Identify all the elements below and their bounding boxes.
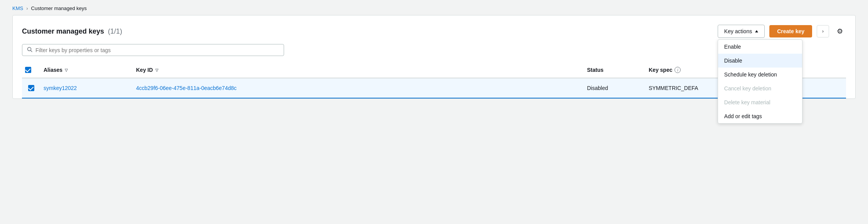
dropdown-item-enable[interactable]: Enable bbox=[718, 40, 802, 54]
panel-title: Customer managed keys (1/1) bbox=[22, 27, 122, 36]
dropdown-item-add-edit-tags[interactable]: Add or edit tags bbox=[718, 109, 802, 123]
settings-gear-button[interactable]: ⚙ bbox=[834, 25, 846, 37]
header-actions: Key actions Enable Disable Schedule key … bbox=[718, 25, 846, 38]
th-status: Status bbox=[584, 65, 646, 75]
arrow-right-icon: › bbox=[822, 29, 824, 34]
th-checkbox bbox=[22, 65, 40, 75]
row-status: Disabled bbox=[584, 80, 646, 96]
key-actions-dropdown: Enable Disable Schedule key deletion Can… bbox=[718, 39, 802, 124]
dropdown-item-cancel-deletion: Cancel key deletion bbox=[718, 81, 802, 95]
breadcrumb-current: Customer managed keys bbox=[31, 5, 87, 11]
breadcrumb-kms-link[interactable]: KMS bbox=[12, 5, 23, 11]
chevron-up-icon bbox=[755, 30, 758, 32]
main-panel: Customer managed keys (1/1) Key actions … bbox=[12, 15, 856, 99]
nav-arrow-right[interactable]: › bbox=[817, 25, 829, 37]
dropdown-item-schedule-deletion[interactable]: Schedule key deletion bbox=[718, 68, 802, 81]
th-aliases: Aliases ▽ bbox=[40, 65, 133, 75]
dropdown-item-delete-material: Delete key material bbox=[718, 95, 802, 109]
key-actions-button[interactable]: Key actions bbox=[718, 25, 765, 38]
row-key-id[interactable]: 4ccb29f6-06ee-475e-811a-0eacb6e74d8c bbox=[133, 80, 584, 96]
breadcrumb-separator: › bbox=[26, 5, 28, 11]
svg-line-1 bbox=[31, 51, 32, 52]
key-spec-info-icon[interactable]: i bbox=[675, 67, 681, 73]
search-input[interactable] bbox=[35, 47, 279, 53]
th-key-id: Key ID ▽ bbox=[133, 65, 584, 75]
key-actions-container: Key actions Enable Disable Schedule key … bbox=[718, 25, 765, 38]
row-alias[interactable]: symkey12022 bbox=[40, 80, 133, 96]
aliases-filter-icon[interactable]: ▽ bbox=[65, 68, 68, 72]
gear-icon: ⚙ bbox=[837, 27, 843, 36]
key-id-filter-icon[interactable]: ▽ bbox=[155, 68, 158, 72]
breadcrumb: KMS › Customer managed keys bbox=[0, 0, 868, 15]
create-key-button[interactable]: Create key bbox=[769, 25, 812, 37]
select-all-checkbox[interactable] bbox=[25, 67, 31, 73]
nav-icons: › ⚙ bbox=[817, 25, 846, 37]
search-input-wrapper bbox=[22, 44, 284, 56]
row-checkbox-cell bbox=[22, 80, 40, 96]
row-checkbox[interactable] bbox=[28, 85, 34, 91]
panel-header: Customer managed keys (1/1) Key actions … bbox=[22, 25, 846, 38]
search-icon bbox=[27, 47, 32, 53]
dropdown-item-disable[interactable]: Disable bbox=[718, 54, 802, 68]
